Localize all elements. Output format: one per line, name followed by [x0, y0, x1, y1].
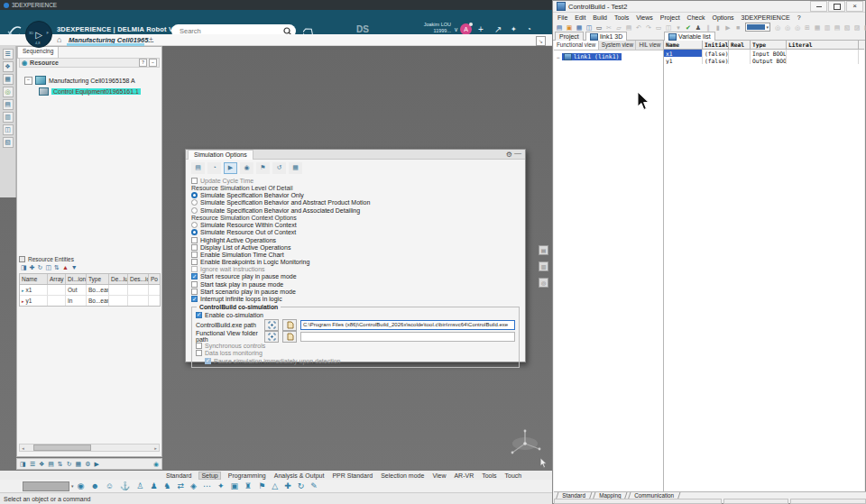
- flag-icon[interactable]: ⚑: [258, 481, 265, 492]
- tab-setup[interactable]: Setup: [199, 472, 219, 479]
- tree-item-root[interactable]: − Manufacturing Cell01965158 A: [24, 76, 135, 85]
- cone-icon[interactable]: △: [272, 481, 278, 492]
- menu-3dexperience[interactable]: 3DEXPERIENCE: [742, 14, 790, 21]
- viewport-tool-button-1[interactable]: ▤: [539, 245, 548, 255]
- pause-icon[interactable]: ∥: [704, 23, 713, 32]
- tab-ar-vr[interactable]: AR-VR: [454, 472, 474, 479]
- panel-help-button[interactable]: ?: [139, 59, 147, 67]
- minimize-button[interactable]: [810, 1, 827, 12]
- resource-section-header[interactable]: ◉ Resource ? –: [19, 58, 160, 68]
- tab-tools[interactable]: Tools: [482, 472, 496, 479]
- menu-help[interactable]: ?: [797, 14, 801, 21]
- expander-icon[interactable]: −: [24, 77, 32, 85]
- save-all-icon[interactable]: ◫: [585, 23, 594, 32]
- browse-file-button[interactable]: [282, 319, 297, 331]
- tab-link1-3d[interactable]: link1 3D: [585, 32, 627, 41]
- grid-icon[interactable]: ▦: [813, 23, 822, 32]
- menu-check[interactable]: Check: [687, 14, 705, 21]
- link-icon[interactable]: ◫: [45, 264, 51, 271]
- print-icon[interactable]: ▭: [594, 23, 603, 32]
- open-icon[interactable]: ▣: [565, 23, 574, 32]
- menu-options[interactable]: Options: [712, 14, 733, 21]
- collapse-box-icon[interactable]: [19, 256, 25, 262]
- refresh-icon[interactable]: ↻: [67, 459, 72, 469]
- menu-build[interactable]: Build: [593, 14, 607, 21]
- menu-tools[interactable]: Tools: [614, 14, 629, 21]
- col-default[interactable]: De...lue: [109, 274, 128, 284]
- context-radio-1[interactable]: [191, 229, 198, 235]
- chart-icon[interactable]: ▧: [843, 23, 852, 32]
- update-cycle-time-checkbox[interactable]: [191, 178, 198, 184]
- zoom-in-icon[interactable]: ◎: [773, 23, 782, 32]
- tree-item-control-equipment[interactable]: Control Equipment01965161.1: [39, 87, 141, 96]
- dialog-minimize-icon[interactable]: —: [514, 149, 521, 157]
- step-icon[interactable]: ▮: [714, 23, 723, 32]
- col-direction[interactable]: Di...ion: [66, 274, 87, 284]
- display-list-active-operations-checkbox[interactable]: [191, 244, 198, 251]
- refresh-tool-icon[interactable]: ↻: [298, 481, 305, 492]
- viewport-tool-button-2[interactable]: ▥: [539, 261, 548, 271]
- col-name[interactable]: Name: [20, 274, 48, 284]
- manikin-icon[interactable]: ♙: [136, 481, 143, 492]
- zoom-fit-icon[interactable]: ◎: [793, 23, 802, 32]
- tab-programming[interactable]: Programming: [228, 472, 266, 479]
- user-icon[interactable]: ♟: [694, 23, 703, 32]
- annotate-icon[interactable]: ✎: [310, 481, 318, 492]
- grid-view-icon[interactable]: ▦: [3, 74, 14, 85]
- chart-icon[interactable]: ▤: [48, 459, 54, 469]
- cosim-options-icon[interactable]: ▦: [289, 162, 302, 174]
- browse-environment-button-2[interactable]: [264, 331, 279, 343]
- posture-icon[interactable]: ♞: [163, 481, 170, 492]
- cascade-icon[interactable]: ◫: [664, 23, 673, 32]
- model-tree-icon[interactable]: ☰: [3, 49, 14, 60]
- lod-radio-1[interactable]: [191, 199, 198, 206]
- ambience-caret-icon[interactable]: ▾: [71, 483, 74, 489]
- scope-icon[interactable]: ◉: [153, 459, 159, 469]
- cycle-time-icon[interactable]: ◔: [207, 162, 221, 174]
- lod-radio-2[interactable]: [191, 207, 198, 214]
- cut-icon[interactable]: ✂: [604, 23, 613, 32]
- window-icon[interactable]: ▭: [654, 23, 663, 32]
- tab-variable-list[interactable]: Variable list: [664, 32, 715, 41]
- worker-icon[interactable]: ♟: [150, 481, 157, 492]
- stop-icon[interactable]: ■: [733, 23, 742, 32]
- enable-simulation-time-chart-checkbox[interactable]: [191, 252, 198, 258]
- copy-icon[interactable]: ▱: [614, 23, 623, 32]
- jump-icon[interactable]: ▣: [231, 481, 239, 492]
- folder-path-input[interactable]: [300, 332, 515, 342]
- dots-icon[interactable]: ⋯: [203, 481, 211, 492]
- horizontal-scrollbar[interactable]: ◂ ▸: [19, 444, 160, 452]
- new-entity-icon[interactable]: ✚: [30, 264, 35, 271]
- col-literal[interactable]: Literal: [787, 41, 859, 49]
- behavior-icon[interactable]: ❖: [3, 61, 14, 72]
- fan-icon[interactable]: ◈: [190, 481, 197, 492]
- close-button[interactable]: ×: [846, 1, 863, 12]
- tree-item-link1[interactable]: − link1 (link1): [557, 53, 663, 60]
- target-icon[interactable]: ◎: [3, 87, 14, 97]
- tab-analysis-output[interactable]: Analysis & Output: [274, 472, 325, 479]
- menu-project[interactable]: Project: [660, 14, 680, 21]
- device-icon[interactable]: ▤: [3, 99, 14, 110]
- scroll-left-icon[interactable]: ◂: [20, 445, 26, 451]
- simulation-options-icon[interactable]: ▶: [224, 162, 237, 174]
- grid-icon[interactable]: ▦: [76, 459, 82, 469]
- glasses-icon[interactable]: ◉: [78, 481, 85, 492]
- table-row[interactable]: ▸x1 Out Bo...ean: [20, 285, 160, 296]
- data-loss-monitoring-checkbox[interactable]: [196, 350, 202, 356]
- tab-hil-view[interactable]: HIL view: [636, 41, 663, 50]
- tree-icon[interactable]: ❖: [39, 459, 44, 469]
- refresh-icon[interactable]: ↻: [38, 264, 43, 271]
- start-task-play-pause-checkbox[interactable]: [191, 281, 198, 288]
- sort-icon[interactable]: ⇅: [58, 459, 63, 469]
- maximize-button[interactable]: [828, 1, 845, 12]
- gear-icon[interactable]: ⚙: [85, 459, 90, 469]
- tower-icon[interactable]: ♜: [244, 481, 252, 492]
- enable-breakpoints-checkbox[interactable]: [191, 259, 198, 265]
- viewport-tool-button-3[interactable]: ◎: [539, 278, 548, 288]
- col-description[interactable]: Des...ion: [128, 274, 149, 284]
- paste-icon[interactable]: ▤: [624, 23, 633, 32]
- controlbuild-titlebar[interactable]: ControlBuild - Test2 ×: [553, 1, 865, 13]
- smiley-icon[interactable]: ☺: [106, 481, 114, 492]
- start-scenario-play-pause-checkbox[interactable]: [191, 289, 198, 295]
- col-array[interactable]: Array: [48, 274, 66, 284]
